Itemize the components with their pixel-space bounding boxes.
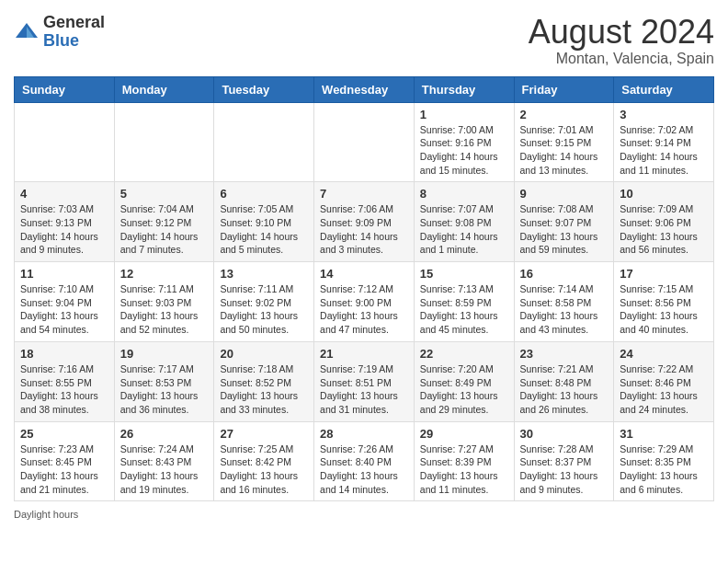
day-number: 2 — [520, 108, 609, 121]
day-number: 14 — [320, 267, 408, 281]
calendar-week-1: 1Sunrise: 7:00 AM Sunset: 9:16 PM Daylig… — [15, 102, 714, 182]
day-info: Sunrise: 7:25 AM Sunset: 8:42 PM Dayligh… — [220, 442, 308, 497]
day-info: Sunrise: 7:29 AM Sunset: 8:35 PM Dayligh… — [620, 442, 708, 497]
day-number: 5 — [120, 187, 209, 201]
calendar-table: SundayMondayTuesdayWednesdayThursdayFrid… — [14, 76, 714, 502]
day-info: Sunrise: 7:07 AM Sunset: 9:08 PM Dayligh… — [420, 202, 508, 257]
day-info: Sunrise: 7:13 AM Sunset: 8:59 PM Dayligh… — [420, 282, 508, 337]
day-number: 4 — [20, 187, 108, 201]
day-info: Sunrise: 7:24 AM Sunset: 8:43 PM Dayligh… — [120, 442, 209, 497]
calendar-cell: 23Sunrise: 7:21 AM Sunset: 8:48 PM Dayli… — [514, 341, 614, 421]
calendar-cell: 1Sunrise: 7:00 AM Sunset: 9:16 PM Daylig… — [414, 102, 514, 182]
calendar-cell: 27Sunrise: 7:25 AM Sunset: 8:42 PM Dayli… — [214, 421, 314, 501]
day-number: 31 — [620, 427, 708, 441]
calendar-cell: 29Sunrise: 7:27 AM Sunset: 8:39 PM Dayli… — [414, 421, 514, 501]
day-number: 11 — [20, 267, 108, 281]
day-info: Sunrise: 7:17 AM Sunset: 8:53 PM Dayligh… — [120, 362, 209, 417]
day-number: 29 — [420, 427, 508, 441]
day-number: 22 — [420, 347, 508, 361]
calendar-cell: 16Sunrise: 7:14 AM Sunset: 8:58 PM Dayli… — [514, 262, 614, 342]
calendar-cell: 15Sunrise: 7:13 AM Sunset: 8:59 PM Dayli… — [414, 262, 514, 342]
day-info: Sunrise: 7:14 AM Sunset: 8:58 PM Dayligh… — [520, 282, 609, 337]
calendar-cell: 3Sunrise: 7:02 AM Sunset: 9:14 PM Daylig… — [614, 102, 714, 182]
day-number: 16 — [520, 267, 609, 281]
day-info: Sunrise: 7:03 AM Sunset: 9:13 PM Dayligh… — [20, 202, 108, 257]
calendar-cell: 30Sunrise: 7:28 AM Sunset: 8:37 PM Dayli… — [514, 421, 614, 501]
day-info: Sunrise: 7:21 AM Sunset: 8:48 PM Dayligh… — [520, 362, 609, 417]
calendar-week-3: 11Sunrise: 7:10 AM Sunset: 9:04 PM Dayli… — [15, 262, 714, 342]
day-info: Sunrise: 7:09 AM Sunset: 9:06 PM Dayligh… — [620, 202, 708, 257]
day-info: Sunrise: 7:00 AM Sunset: 9:16 PM Dayligh… — [420, 123, 508, 178]
day-info: Sunrise: 7:26 AM Sunset: 8:40 PM Dayligh… — [320, 442, 408, 497]
calendar-cell: 7Sunrise: 7:06 AM Sunset: 9:09 PM Daylig… — [314, 182, 415, 262]
day-info: Sunrise: 7:04 AM Sunset: 9:12 PM Dayligh… — [120, 202, 209, 257]
day-info: Sunrise: 7:22 AM Sunset: 8:46 PM Dayligh… — [620, 362, 708, 417]
day-number: 30 — [520, 427, 609, 441]
day-number: 3 — [620, 108, 708, 121]
day-header-sunday: Sunday — [15, 76, 115, 102]
calendar-cell — [114, 102, 214, 182]
calendar-cell — [214, 102, 314, 182]
day-number: 8 — [420, 187, 508, 201]
calendar-cell: 6Sunrise: 7:05 AM Sunset: 9:10 PM Daylig… — [214, 182, 314, 262]
calendar-cell: 9Sunrise: 7:08 AM Sunset: 9:07 PM Daylig… — [514, 182, 614, 262]
month-year-title: August 2024 — [529, 14, 714, 51]
day-info: Sunrise: 7:16 AM Sunset: 8:55 PM Dayligh… — [20, 362, 108, 417]
calendar-cell: 31Sunrise: 7:29 AM Sunset: 8:35 PM Dayli… — [614, 421, 714, 501]
day-info: Sunrise: 7:23 AM Sunset: 8:45 PM Dayligh… — [20, 442, 108, 497]
day-info: Sunrise: 7:01 AM Sunset: 9:15 PM Dayligh… — [520, 123, 609, 178]
calendar-cell: 4Sunrise: 7:03 AM Sunset: 9:13 PM Daylig… — [15, 182, 115, 262]
day-info: Sunrise: 7:11 AM Sunset: 9:03 PM Dayligh… — [120, 282, 209, 337]
day-number: 28 — [320, 427, 408, 441]
calendar-cell: 8Sunrise: 7:07 AM Sunset: 9:08 PM Daylig… — [414, 182, 514, 262]
day-number: 7 — [320, 187, 408, 201]
day-headers-row: SundayMondayTuesdayWednesdayThursdayFrid… — [15, 76, 714, 102]
calendar-cell: 17Sunrise: 7:15 AM Sunset: 8:56 PM Dayli… — [614, 262, 714, 342]
calendar-cell: 5Sunrise: 7:04 AM Sunset: 9:12 PM Daylig… — [114, 182, 214, 262]
day-number: 6 — [220, 187, 308, 201]
calendar-cell: 10Sunrise: 7:09 AM Sunset: 9:06 PM Dayli… — [614, 182, 714, 262]
day-number: 27 — [220, 427, 308, 441]
calendar-cell: 18Sunrise: 7:16 AM Sunset: 8:55 PM Dayli… — [15, 341, 115, 421]
daylight-label: Daylight hours — [14, 509, 78, 520]
calendar-cell: 14Sunrise: 7:12 AM Sunset: 9:00 PM Dayli… — [314, 262, 415, 342]
day-number: 15 — [420, 267, 508, 281]
title-section: August 2024 Montan, Valencia, Spain — [529, 14, 714, 67]
day-header-friday: Friday — [514, 76, 614, 102]
footer: Daylight hours — [14, 509, 714, 520]
day-header-saturday: Saturday — [614, 76, 714, 102]
day-header-tuesday: Tuesday — [214, 76, 314, 102]
calendar-week-5: 25Sunrise: 7:23 AM Sunset: 8:45 PM Dayli… — [15, 421, 714, 501]
day-info: Sunrise: 7:28 AM Sunset: 8:37 PM Dayligh… — [520, 442, 609, 497]
logo: General Blue — [14, 14, 105, 51]
day-info: Sunrise: 7:11 AM Sunset: 9:02 PM Dayligh… — [220, 282, 308, 337]
calendar-cell: 2Sunrise: 7:01 AM Sunset: 9:15 PM Daylig… — [514, 102, 614, 182]
day-number: 1 — [420, 108, 508, 121]
calendar-cell: 28Sunrise: 7:26 AM Sunset: 8:40 PM Dayli… — [314, 421, 415, 501]
day-number: 19 — [120, 347, 209, 361]
day-info: Sunrise: 7:27 AM Sunset: 8:39 PM Dayligh… — [420, 442, 508, 497]
calendar-cell: 21Sunrise: 7:19 AM Sunset: 8:51 PM Dayli… — [314, 341, 415, 421]
logo-blue-text: Blue — [43, 32, 105, 51]
logo-text: General Blue — [43, 14, 105, 51]
calendar-cell: 26Sunrise: 7:24 AM Sunset: 8:43 PM Dayli… — [114, 421, 214, 501]
logo-general: General — [43, 14, 105, 32]
calendar-cell — [314, 102, 415, 182]
day-number: 10 — [620, 187, 708, 201]
calendar-cell: 11Sunrise: 7:10 AM Sunset: 9:04 PM Dayli… — [15, 262, 115, 342]
calendar-cell: 12Sunrise: 7:11 AM Sunset: 9:03 PM Dayli… — [114, 262, 214, 342]
day-info: Sunrise: 7:08 AM Sunset: 9:07 PM Dayligh… — [520, 202, 609, 257]
day-number: 12 — [120, 267, 209, 281]
calendar-cell: 19Sunrise: 7:17 AM Sunset: 8:53 PM Dayli… — [114, 341, 214, 421]
day-info: Sunrise: 7:19 AM Sunset: 8:51 PM Dayligh… — [320, 362, 408, 417]
day-number: 20 — [220, 347, 308, 361]
calendar-cell: 13Sunrise: 7:11 AM Sunset: 9:02 PM Dayli… — [214, 262, 314, 342]
day-number: 13 — [220, 267, 308, 281]
day-number: 23 — [520, 347, 609, 361]
day-number: 9 — [520, 187, 609, 201]
day-info: Sunrise: 7:15 AM Sunset: 8:56 PM Dayligh… — [620, 282, 708, 337]
day-info: Sunrise: 7:10 AM Sunset: 9:04 PM Dayligh… — [20, 282, 108, 337]
calendar-cell: 25Sunrise: 7:23 AM Sunset: 8:45 PM Dayli… — [15, 421, 115, 501]
day-header-thursday: Thursday — [414, 76, 514, 102]
logo-icon — [14, 19, 40, 45]
